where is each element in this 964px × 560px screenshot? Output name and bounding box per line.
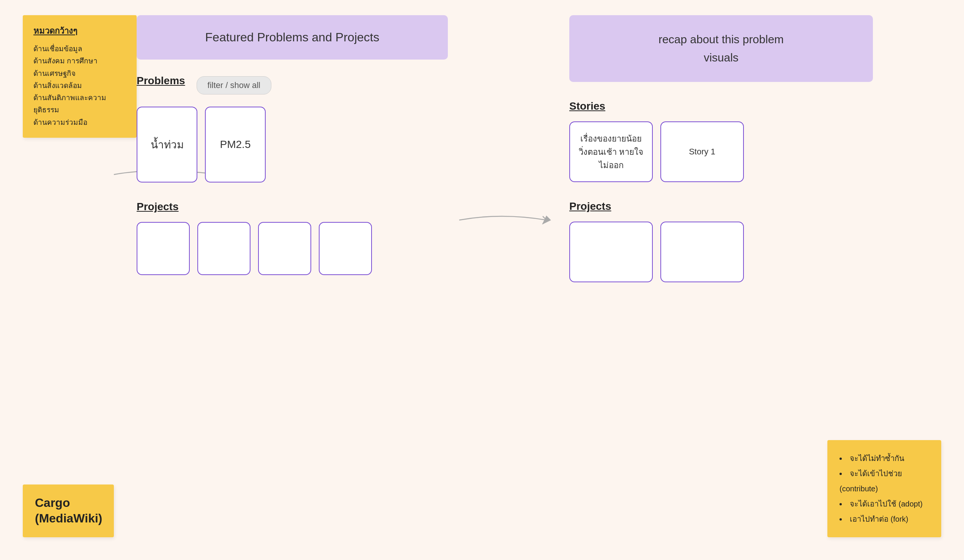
problem-card-flood[interactable]: น้ำท่วม [137,107,197,182]
left-note-title: หมวดกว้างๆ [33,24,126,37]
left-note-item-3: ด้านเศรษฐกิจ [33,68,126,80]
right-note-item-4: เอาไปทำต่อ (fork) [840,511,929,527]
bottom-left-sticky-note: Cargo (MediaWiki) [23,485,114,537]
cargo-text: Cargo (MediaWiki) [35,495,102,527]
middle-panel-header: Featured Problems and Projects [137,15,448,60]
stories-section: Stories เรื่องของยายน้อย วิ่งตอนเช้า หาย… [569,100,873,182]
projects-cards-row [137,222,448,275]
project-card-2[interactable] [197,222,251,275]
right-note-list: จะได้ไม่ทำซ้ำกัน จะได้เข้าไปช่วย (contri… [840,451,929,527]
project-card-1[interactable] [137,222,190,275]
story-card-1[interactable]: Story 1 [660,121,744,182]
story-card-grandma[interactable]: เรื่องของยายน้อย วิ่งตอนเช้า หายใจไม่ออก [569,121,653,182]
middle-panel: Featured Problems and Projects Problems … [137,15,448,293]
stories-section-title: Stories [569,100,873,112]
stories-cards-row: เรื่องของยายน้อย วิ่งตอนเช้า หายใจไม่ออก… [569,121,873,182]
left-note-item-5: ด้านสันติภาพและความยุติธรรม [33,92,126,117]
recap-header: recap about this problem visuals [569,15,873,82]
problem-card-pm25[interactable]: PM2.5 [205,107,265,182]
right-note-item-1: จะได้ไม่ทำซ้ำกัน [840,451,929,466]
left-note-item-6: ด้านความร่วมมือ [33,117,126,129]
problems-cards-row: น้ำท่วม PM2.5 [137,107,448,182]
right-note-item-3: จะได้เอาไปใช้ (adopt) [840,496,929,511]
right-project-card-2[interactable] [660,221,744,282]
arrow-middle-to-right [456,209,562,231]
right-projects-section-title: Projects [569,200,873,212]
left-note-item-1: ด้านเชื่อมข้อมูล [33,43,126,55]
project-card-3[interactable] [258,222,311,275]
left-note-item-2: ด้านสังคม การศึกษา [33,55,126,67]
filter-show-all-button[interactable]: filter / show all [197,76,271,94]
right-project-card-1[interactable] [569,221,653,282]
problems-section-title: Problems [137,75,185,87]
right-note-item-2: จะได้เข้าไปช่วย (contribute) [840,466,929,496]
project-card-4[interactable] [319,222,372,275]
left-note-item-4: ด้านสิ่งแวดล้อม [33,80,126,92]
projects-section-title: Projects [137,201,448,213]
right-projects-cards-row [569,221,873,282]
right-panel: recap about this problem visuals Stories… [569,15,873,301]
left-sticky-note: หมวดกว้างๆ ด้านเชื่อมข้อมูล ด้านสังคม กา… [23,15,137,138]
problems-header: Problems filter / show all [137,75,448,96]
right-sticky-note: จะได้ไม่ทำซ้ำกัน จะได้เข้าไปช่วย (contri… [827,440,941,537]
